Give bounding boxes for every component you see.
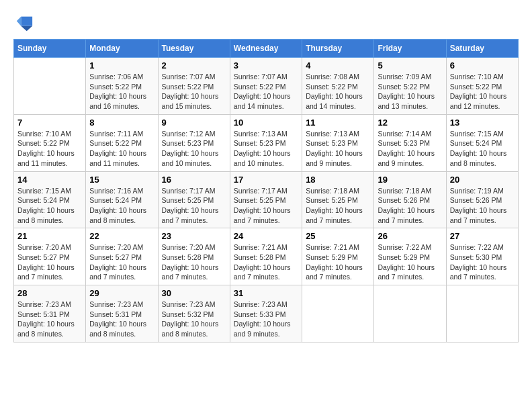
- calendar-cell: 17Sunrise: 7:17 AMSunset: 5:25 PMDayligh…: [230, 171, 302, 228]
- header-wednesday: Wednesday: [230, 40, 302, 58]
- calendar-cell: 29Sunrise: 7:23 AMSunset: 5:31 PMDayligh…: [86, 285, 158, 342]
- day-info: Sunrise: 7:16 AMSunset: 5:24 PMDaylight:…: [89, 186, 154, 226]
- day-number: 8: [89, 118, 154, 128]
- day-number: 4: [306, 60, 370, 71]
- day-number: 24: [234, 231, 298, 241]
- calendar-header: Sunday Monday Tuesday Wednesday Thursday…: [14, 40, 519, 58]
- day-info: Sunrise: 7:18 AMSunset: 5:25 PMDaylight:…: [306, 186, 370, 226]
- svg-marker-0: [21, 17, 32, 26]
- day-info: Sunrise: 7:19 AMSunset: 5:26 PMDaylight:…: [450, 186, 515, 226]
- day-number: 17: [234, 175, 298, 185]
- day-info: Sunrise: 7:22 AMSunset: 5:30 PMDaylight:…: [450, 242, 515, 282]
- day-info: Sunrise: 7:17 AMSunset: 5:25 PMDaylight:…: [234, 186, 298, 226]
- header-sunday: Sunday: [14, 40, 86, 58]
- day-number: 16: [162, 175, 226, 185]
- calendar-cell: 18Sunrise: 7:18 AMSunset: 5:25 PMDayligh…: [302, 171, 374, 228]
- day-info: Sunrise: 7:12 AMSunset: 5:23 PMDaylight:…: [162, 129, 226, 169]
- day-info: Sunrise: 7:17 AMSunset: 5:25 PMDaylight:…: [162, 186, 226, 226]
- day-number: 12: [378, 118, 442, 128]
- day-info: Sunrise: 7:23 AMSunset: 5:33 PMDaylight:…: [234, 300, 298, 339]
- day-number: 10: [234, 118, 298, 128]
- day-number: 2: [162, 60, 226, 71]
- day-info: Sunrise: 7:22 AMSunset: 5:29 PMDaylight:…: [378, 242, 442, 282]
- calendar-week-2: 7Sunrise: 7:10 AMSunset: 5:22 PMDaylight…: [14, 114, 519, 171]
- day-info: Sunrise: 7:11 AMSunset: 5:22 PMDaylight:…: [89, 129, 154, 169]
- calendar-cell: [14, 58, 86, 115]
- calendar-cell: 8Sunrise: 7:11 AMSunset: 5:22 PMDaylight…: [86, 114, 158, 171]
- calendar-cell: 5Sunrise: 7:09 AMSunset: 5:22 PMDaylight…: [374, 58, 446, 115]
- header-friday: Friday: [374, 40, 446, 58]
- calendar-cell: 22Sunrise: 7:20 AMSunset: 5:27 PMDayligh…: [86, 228, 158, 285]
- calendar-cell: 14Sunrise: 7:15 AMSunset: 5:24 PMDayligh…: [14, 171, 86, 228]
- svg-marker-2: [17, 17, 21, 26]
- day-info: Sunrise: 7:18 AMSunset: 5:26 PMDaylight:…: [378, 186, 442, 226]
- day-info: Sunrise: 7:20 AMSunset: 5:27 PMDaylight:…: [17, 242, 82, 282]
- day-info: Sunrise: 7:06 AMSunset: 5:22 PMDaylight:…: [89, 72, 154, 111]
- day-number: 29: [89, 288, 154, 298]
- calendar-cell: 16Sunrise: 7:17 AMSunset: 5:25 PMDayligh…: [158, 171, 230, 228]
- day-number: 27: [450, 231, 515, 241]
- logo-icon: [15, 13, 34, 32]
- day-info: Sunrise: 7:21 AMSunset: 5:28 PMDaylight:…: [234, 242, 298, 282]
- calendar-table: Sunday Monday Tuesday Wednesday Thursday…: [13, 39, 519, 342]
- day-number: 21: [17, 231, 82, 241]
- day-number: 3: [234, 60, 298, 71]
- header-tuesday: Tuesday: [158, 40, 230, 58]
- page-header: [13, 13, 519, 32]
- calendar-cell: 26Sunrise: 7:22 AMSunset: 5:29 PMDayligh…: [374, 228, 446, 285]
- day-info: Sunrise: 7:15 AMSunset: 5:24 PMDaylight:…: [17, 186, 82, 226]
- calendar-cell: 7Sunrise: 7:10 AMSunset: 5:22 PMDaylight…: [14, 114, 86, 171]
- day-number: 5: [378, 60, 442, 71]
- day-number: 14: [17, 175, 82, 185]
- calendar-cell: 1Sunrise: 7:06 AMSunset: 5:22 PMDaylight…: [86, 58, 158, 115]
- header-monday: Monday: [86, 40, 158, 58]
- calendar-body: 1Sunrise: 7:06 AMSunset: 5:22 PMDaylight…: [14, 58, 519, 342]
- day-info: Sunrise: 7:23 AMSunset: 5:31 PMDaylight:…: [17, 300, 82, 339]
- calendar-cell: 15Sunrise: 7:16 AMSunset: 5:24 PMDayligh…: [86, 171, 158, 228]
- calendar-cell: 12Sunrise: 7:14 AMSunset: 5:23 PMDayligh…: [374, 114, 446, 171]
- day-info: Sunrise: 7:15 AMSunset: 5:24 PMDaylight:…: [450, 129, 515, 169]
- calendar-cell: [374, 285, 446, 342]
- calendar-cell: 27Sunrise: 7:22 AMSunset: 5:30 PMDayligh…: [446, 228, 518, 285]
- day-number: 7: [17, 118, 82, 128]
- day-number: 25: [306, 231, 370, 241]
- calendar-week-3: 14Sunrise: 7:15 AMSunset: 5:24 PMDayligh…: [14, 171, 519, 228]
- calendar-cell: [446, 285, 518, 342]
- day-info: Sunrise: 7:10 AMSunset: 5:22 PMDaylight:…: [17, 129, 82, 169]
- header-saturday: Saturday: [446, 40, 518, 58]
- calendar-cell: 28Sunrise: 7:23 AMSunset: 5:31 PMDayligh…: [14, 285, 86, 342]
- calendar-cell: 30Sunrise: 7:23 AMSunset: 5:32 PMDayligh…: [158, 285, 230, 342]
- day-number: 18: [306, 175, 370, 185]
- day-info: Sunrise: 7:21 AMSunset: 5:29 PMDaylight:…: [306, 242, 370, 282]
- day-info: Sunrise: 7:07 AMSunset: 5:22 PMDaylight:…: [162, 72, 226, 111]
- calendar-week-5: 28Sunrise: 7:23 AMSunset: 5:31 PMDayligh…: [14, 285, 519, 342]
- day-info: Sunrise: 7:14 AMSunset: 5:23 PMDaylight:…: [378, 129, 442, 169]
- calendar-cell: 24Sunrise: 7:21 AMSunset: 5:28 PMDayligh…: [230, 228, 302, 285]
- day-number: 1: [89, 60, 154, 71]
- calendar-cell: 10Sunrise: 7:13 AMSunset: 5:23 PMDayligh…: [230, 114, 302, 171]
- day-number: 11: [306, 118, 370, 128]
- day-number: 13: [450, 118, 515, 128]
- day-info: Sunrise: 7:09 AMSunset: 5:22 PMDaylight:…: [378, 72, 442, 111]
- calendar-cell: 19Sunrise: 7:18 AMSunset: 5:26 PMDayligh…: [374, 171, 446, 228]
- day-info: Sunrise: 7:23 AMSunset: 5:32 PMDaylight:…: [162, 300, 226, 339]
- calendar-cell: 11Sunrise: 7:13 AMSunset: 5:23 PMDayligh…: [302, 114, 374, 171]
- day-info: Sunrise: 7:13 AMSunset: 5:23 PMDaylight:…: [234, 129, 298, 169]
- day-number: 19: [378, 175, 442, 185]
- day-info: Sunrise: 7:23 AMSunset: 5:31 PMDaylight:…: [89, 300, 154, 339]
- logo: [13, 13, 34, 32]
- day-number: 6: [450, 60, 515, 71]
- svg-marker-1: [21, 26, 32, 31]
- calendar-cell: 3Sunrise: 7:07 AMSunset: 5:22 PMDaylight…: [230, 58, 302, 115]
- day-info: Sunrise: 7:07 AMSunset: 5:22 PMDaylight:…: [234, 72, 298, 111]
- calendar-cell: [302, 285, 374, 342]
- day-info: Sunrise: 7:20 AMSunset: 5:27 PMDaylight:…: [89, 242, 154, 282]
- calendar-week-1: 1Sunrise: 7:06 AMSunset: 5:22 PMDaylight…: [14, 58, 519, 115]
- calendar-cell: 20Sunrise: 7:19 AMSunset: 5:26 PMDayligh…: [446, 171, 518, 228]
- day-info: Sunrise: 7:08 AMSunset: 5:22 PMDaylight:…: [306, 72, 370, 111]
- calendar-cell: 21Sunrise: 7:20 AMSunset: 5:27 PMDayligh…: [14, 228, 86, 285]
- day-number: 20: [450, 175, 515, 185]
- header-row: Sunday Monday Tuesday Wednesday Thursday…: [14, 40, 519, 58]
- day-number: 30: [162, 288, 226, 298]
- calendar-cell: 31Sunrise: 7:23 AMSunset: 5:33 PMDayligh…: [230, 285, 302, 342]
